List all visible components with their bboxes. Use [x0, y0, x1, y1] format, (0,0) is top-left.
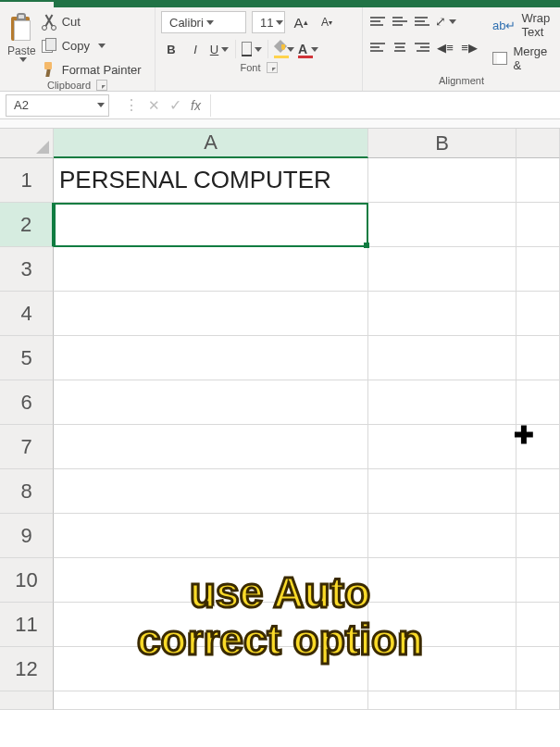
- copy-dropdown-icon[interactable]: [98, 44, 106, 48]
- copy-button[interactable]: Copy: [42, 35, 142, 56]
- border-icon: [242, 42, 252, 56]
- decrease-font-button[interactable]: A▾: [317, 12, 337, 32]
- clipboard-group-label: Clipboard: [47, 80, 91, 91]
- font-size-combo[interactable]: 11: [252, 11, 285, 33]
- cell-A6[interactable]: [54, 380, 368, 425]
- caption-overlay: use Auto correct option: [0, 569, 560, 663]
- row-header-6[interactable]: 6: [0, 380, 54, 425]
- cell[interactable]: [516, 469, 560, 514]
- cell[interactable]: [516, 336, 560, 380]
- cell[interactable]: [516, 425, 560, 469]
- cell-B1[interactable]: [368, 158, 516, 203]
- cell-A8[interactable]: [54, 469, 368, 514]
- row-header-1[interactable]: 1: [0, 158, 54, 203]
- cell-B5[interactable]: [368, 336, 516, 380]
- cell[interactable]: [516, 380, 560, 425]
- select-all-corner[interactable]: [0, 129, 54, 158]
- increase-indent-button[interactable]: ≡▶: [459, 37, 479, 57]
- cell-B3[interactable]: [368, 247, 516, 292]
- font-launcher-icon[interactable]: [267, 62, 278, 73]
- cell[interactable]: [54, 691, 368, 710]
- cell-A4[interactable]: [54, 292, 368, 336]
- name-box[interactable]: A2: [6, 94, 109, 117]
- scissors-icon: [42, 14, 56, 29]
- bold-button[interactable]: B: [161, 39, 181, 59]
- row-header-3[interactable]: 3: [0, 247, 54, 292]
- cell-B6[interactable]: [368, 380, 516, 425]
- fill-color-button[interactable]: [274, 39, 294, 59]
- cell-B7[interactable]: [368, 425, 516, 469]
- chevron-down-icon: [97, 103, 105, 107]
- column-header-A[interactable]: A: [54, 129, 368, 158]
- format-painter-label: Format Painter: [62, 63, 142, 77]
- cell-A3[interactable]: [54, 247, 368, 292]
- row-header-4[interactable]: 4: [0, 292, 54, 336]
- paste-button[interactable]: Paste: [6, 11, 38, 80]
- align-right-button[interactable]: [413, 39, 431, 56]
- format-painter-button[interactable]: Format Painter: [42, 59, 142, 80]
- cell-A9[interactable]: [54, 514, 368, 558]
- cell-A2[interactable]: [54, 203, 368, 247]
- paste-dropdown-icon[interactable]: [19, 57, 27, 62]
- border-button[interactable]: [242, 39, 262, 59]
- cell[interactable]: [516, 158, 560, 203]
- cell-A1[interactable]: PERSENAL COMPUTER: [54, 158, 368, 203]
- merge-icon: [492, 52, 507, 65]
- ribbon: Paste Cut Copy Format Painte: [0, 7, 560, 92]
- row-header-7[interactable]: 7: [0, 425, 54, 469]
- row-header-9[interactable]: 9: [0, 514, 54, 558]
- font-color-icon: A: [298, 42, 308, 56]
- font-name-value: Calibri: [169, 16, 204, 30]
- row-header[interactable]: [0, 691, 54, 710]
- orientation-button[interactable]: ⤢: [435, 11, 455, 31]
- cell-B8[interactable]: [368, 469, 516, 514]
- cell-A5[interactable]: [54, 336, 368, 380]
- underline-button[interactable]: U: [209, 39, 230, 59]
- cell-B9[interactable]: [368, 514, 516, 558]
- clipboard-launcher-icon[interactable]: [96, 80, 107, 91]
- align-center-button[interactable]: [391, 39, 409, 56]
- align-top-button[interactable]: [368, 13, 387, 30]
- cancel-icon[interactable]: ✕: [148, 97, 160, 114]
- active-tab-indicator: [0, 0, 54, 7]
- align-middle-button[interactable]: [391, 13, 409, 30]
- font-name-combo[interactable]: Calibri: [161, 11, 246, 33]
- wrap-text-button[interactable]: ab↵ Wrap Text: [492, 11, 554, 39]
- column-header-B[interactable]: B: [368, 129, 516, 158]
- font-group-label: Font: [240, 62, 260, 73]
- font-size-value: 11: [260, 16, 273, 30]
- font-color-button[interactable]: A: [298, 39, 318, 59]
- cell[interactable]: [516, 292, 560, 336]
- align-bottom-button[interactable]: [413, 13, 431, 30]
- align-left-button[interactable]: [368, 39, 387, 56]
- cut-button[interactable]: Cut: [42, 11, 142, 31]
- cell-B2[interactable]: [368, 203, 516, 247]
- cell[interactable]: [516, 514, 560, 558]
- column-header[interactable]: [516, 129, 560, 158]
- merge-center-button[interactable]: Merge &: [492, 44, 554, 72]
- name-box-value: A2: [14, 98, 29, 112]
- chevron-down-icon: [221, 47, 229, 52]
- paint-bucket-icon: [274, 42, 284, 56]
- merge-label: Merge &: [513, 44, 554, 72]
- increase-font-button[interactable]: A▴: [291, 12, 311, 32]
- formula-bar: A2 ⋮ ✕ ✓ fx: [0, 92, 560, 119]
- formula-input[interactable]: [210, 94, 560, 117]
- cell-A7[interactable]: [54, 425, 368, 469]
- decrease-indent-button[interactable]: ◀≡: [435, 37, 455, 57]
- italic-button[interactable]: I: [185, 39, 205, 59]
- row-header-8[interactable]: 8: [0, 469, 54, 514]
- enter-icon[interactable]: ✓: [169, 96, 181, 114]
- cell[interactable]: [516, 247, 560, 292]
- paintbrush-icon: [42, 62, 56, 77]
- cell[interactable]: [516, 691, 560, 710]
- title-bar: [0, 0, 560, 7]
- cell[interactable]: [368, 691, 516, 710]
- row-header-2[interactable]: 2: [0, 203, 54, 247]
- row-header-5[interactable]: 5: [0, 336, 54, 380]
- paste-icon: [8, 13, 34, 43]
- cell-B4[interactable]: [368, 292, 516, 336]
- caption-line-1: use Auto: [0, 569, 560, 616]
- fx-icon[interactable]: fx: [191, 98, 201, 113]
- cell[interactable]: [516, 203, 560, 247]
